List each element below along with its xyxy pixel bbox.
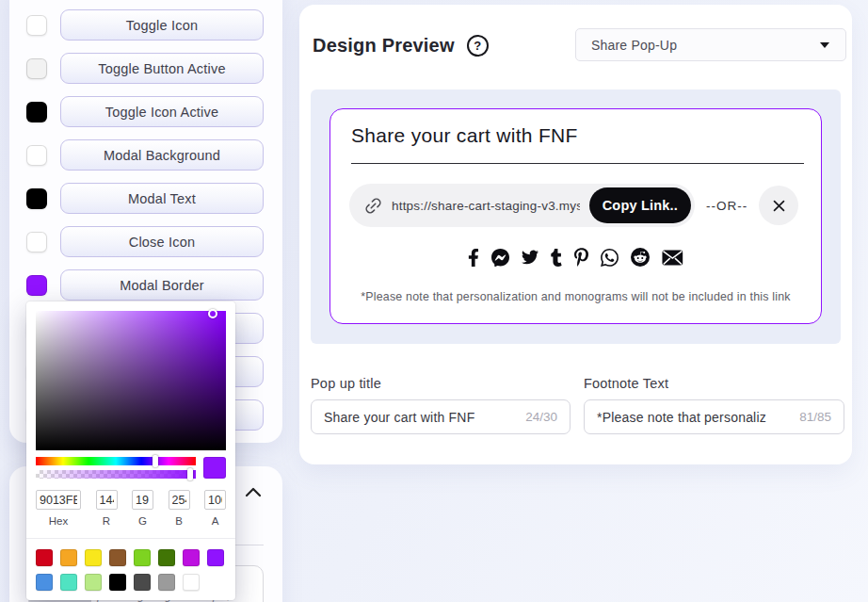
- close-x-icon: [771, 198, 787, 214]
- modal-close-button[interactable]: [759, 186, 798, 225]
- title-underline: [351, 163, 804, 164]
- hue-slider[interactable]: [36, 457, 196, 465]
- design-preview-header: Design Preview ?: [313, 35, 489, 57]
- preset-color[interactable]: [36, 549, 53, 566]
- app-stage: Toggle Icon Toggle Button Active Toggle …: [0, 0, 868, 602]
- footnote-text-field: Footnote Text *Please note that personal…: [584, 376, 844, 434]
- page-title: Design Preview: [313, 35, 455, 57]
- modal-border-button[interactable]: Modal Border: [60, 269, 264, 301]
- share-link-row: https://share-cart-staging-v3.mys Copy L…: [349, 184, 808, 227]
- footnote-text-value: *Please note that personaliz: [597, 410, 792, 425]
- preset-color[interactable]: [60, 574, 77, 591]
- help-icon[interactable]: ?: [467, 35, 489, 57]
- preset-color[interactable]: [158, 574, 175, 591]
- modal-text-button[interactable]: Modal Text: [60, 183, 264, 214]
- color-swatch-toggle-icon[interactable]: [26, 15, 47, 36]
- share-modal-preview: Share your cart with FNF https://share-c…: [330, 108, 822, 324]
- preset-color[interactable]: [158, 549, 175, 566]
- green-input[interactable]: [132, 490, 153, 510]
- preset-color[interactable]: [183, 549, 200, 566]
- preset-color[interactable]: [109, 574, 126, 591]
- footnote-text-label: Footnote Text: [584, 376, 844, 391]
- current-color-preview: [203, 457, 226, 479]
- preset-color[interactable]: [60, 549, 77, 566]
- hue-cursor[interactable]: [153, 455, 158, 467]
- color-swatch-toggle-icon-active[interactable]: [26, 102, 47, 122]
- twitter-icon[interactable]: [522, 249, 538, 266]
- toggle-button-active-button[interactable]: Toggle Button Active: [60, 53, 264, 84]
- alpha-label: A: [212, 515, 219, 527]
- messenger-icon[interactable]: [491, 249, 509, 267]
- popup-title-input[interactable]: Share your cart with FNF 24/30: [311, 399, 571, 434]
- saturation-area[interactable]: [36, 311, 226, 450]
- preset-color[interactable]: [183, 574, 200, 591]
- facebook-icon[interactable]: [468, 249, 479, 267]
- toggle-icon-button[interactable]: Toggle Icon: [60, 9, 264, 41]
- blue-input[interactable]: [169, 490, 190, 510]
- color-swatch-modal-text[interactable]: [26, 188, 47, 209]
- style-row-modal-text: Modal Text: [26, 183, 264, 214]
- footnote-text-counter: 81/85: [799, 410, 831, 424]
- pinterest-icon[interactable]: [574, 248, 588, 267]
- preview-type-value: Share Pop-Up: [591, 38, 819, 53]
- close-icon-button[interactable]: Close Icon: [60, 226, 264, 257]
- style-row-toggle-icon-active: Toggle Icon Active: [26, 96, 264, 127]
- social-share-row: [330, 244, 821, 270]
- preset-color[interactable]: [207, 549, 224, 566]
- or-separator: --OR--: [706, 199, 747, 213]
- popup-title-label: Pop up title: [311, 376, 571, 391]
- color-swatch-modal-border[interactable]: [26, 275, 47, 296]
- hex-input[interactable]: [36, 490, 81, 510]
- email-icon[interactable]: [662, 250, 683, 266]
- preset-color[interactable]: [134, 549, 151, 566]
- style-row-modal-border: Modal Border: [26, 269, 264, 301]
- share-modal-title: Share your cart with FNF: [351, 124, 578, 147]
- hex-label: Hex: [49, 515, 68, 527]
- preset-color[interactable]: [109, 549, 126, 566]
- link-icon: [361, 193, 386, 219]
- chevron-up-icon[interactable]: [245, 485, 262, 498]
- popup-title-value: Share your cart with FNF: [324, 410, 518, 425]
- popup-title-counter: 24/30: [525, 410, 557, 424]
- toggle-icon-active-button[interactable]: Toggle Icon Active: [60, 96, 264, 127]
- preview-canvas: Share your cart with FNF https://share-c…: [311, 89, 841, 344]
- style-row-close-icon: Close Icon: [26, 226, 264, 257]
- preset-color-grid: [36, 539, 226, 591]
- style-row-modal-background: Modal Background: [26, 139, 264, 171]
- color-picker-popup: Hex R G B A: [26, 301, 235, 600]
- preset-color[interactable]: [85, 549, 102, 566]
- preview-type-select[interactable]: Share Pop-Up: [575, 28, 846, 61]
- saturation-cursor[interactable]: [208, 309, 217, 318]
- color-swatch-close-icon[interactable]: [26, 232, 47, 252]
- red-input[interactable]: [96, 490, 118, 510]
- style-row-toggle-button-active: Toggle Button Active: [26, 53, 264, 84]
- caret-down-icon: [819, 41, 830, 49]
- whatsapp-icon[interactable]: [601, 249, 619, 267]
- copy-link-button[interactable]: Copy Link..: [589, 187, 691, 223]
- blue-label: B: [175, 515, 183, 527]
- preset-color[interactable]: [85, 574, 102, 591]
- preset-color[interactable]: [36, 574, 53, 591]
- reddit-icon[interactable]: [631, 248, 650, 267]
- footnote-text-input[interactable]: *Please note that personaliz 81/85: [584, 399, 844, 434]
- share-link-pill: https://share-cart-staging-v3.mys Copy L…: [349, 184, 695, 227]
- alpha-slider[interactable]: [36, 470, 196, 479]
- design-preview-panel: Design Preview ? Share Pop-Up Share your…: [299, 5, 852, 464]
- share-modal-footnote: *Please note that personalization and mo…: [330, 290, 821, 303]
- popup-title-field: Pop up title Share your cart with FNF 24…: [311, 376, 571, 434]
- red-label: R: [103, 515, 110, 527]
- green-label: G: [138, 515, 147, 527]
- alpha-input[interactable]: [204, 490, 226, 510]
- modal-background-button[interactable]: Modal Background: [60, 139, 264, 171]
- alpha-cursor[interactable]: [187, 468, 193, 480]
- color-swatch-modal-background[interactable]: [26, 145, 47, 166]
- preset-color[interactable]: [134, 574, 151, 591]
- style-row-toggle-icon: Toggle Icon: [26, 9, 264, 41]
- color-swatch-toggle-button-active[interactable]: [26, 58, 47, 79]
- tumblr-icon[interactable]: [551, 249, 562, 267]
- color-value-row: Hex R G B A: [36, 490, 226, 527]
- share-url-text[interactable]: https://share-cart-staging-v3.mys: [392, 199, 580, 213]
